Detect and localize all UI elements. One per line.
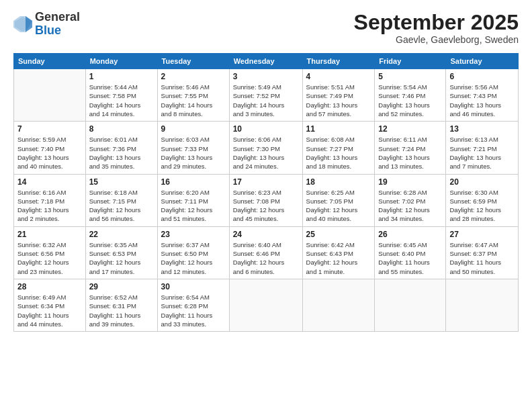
day-info: Sunrise: 6:03 AM Sunset: 7:33 PM Dayligh… xyxy=(161,135,226,171)
calendar-cell: 1Sunrise: 5:44 AM Sunset: 7:58 PM Daylig… xyxy=(85,69,157,122)
calendar-cell: 3Sunrise: 5:49 AM Sunset: 7:52 PM Daylig… xyxy=(229,69,302,122)
calendar-cell: 16Sunrise: 6:20 AM Sunset: 7:11 PM Dayli… xyxy=(157,174,229,226)
day-number: 27 xyxy=(449,230,515,239)
calendar-cell: 8Sunrise: 6:01 AM Sunset: 7:36 PM Daylig… xyxy=(85,122,157,174)
day-number: 17 xyxy=(233,177,299,187)
day-info: Sunrise: 6:32 AM Sunset: 6:56 PM Dayligh… xyxy=(17,240,82,276)
calendar-cell: 7Sunrise: 5:59 AM Sunset: 7:40 PM Daylig… xyxy=(14,122,86,174)
calendar-cell xyxy=(302,279,375,331)
month-title: September 2025 xyxy=(354,11,519,34)
day-number: 24 xyxy=(233,230,299,239)
day-number: 8 xyxy=(89,124,154,134)
calendar-cell: 12Sunrise: 6:11 AM Sunset: 7:24 PM Dayli… xyxy=(375,122,446,174)
day-number: 3 xyxy=(233,72,299,81)
calendar-cell: 14Sunrise: 6:16 AM Sunset: 7:18 PM Dayli… xyxy=(14,174,86,226)
day-info: Sunrise: 6:42 AM Sunset: 6:43 PM Dayligh… xyxy=(306,240,371,276)
col-friday: Friday xyxy=(375,54,446,69)
day-info: Sunrise: 6:23 AM Sunset: 7:08 PM Dayligh… xyxy=(233,188,299,224)
col-saturday: Saturday xyxy=(446,54,519,69)
calendar-cell: 15Sunrise: 6:18 AM Sunset: 7:15 PM Dayli… xyxy=(85,174,157,226)
calendar-cell: 26Sunrise: 6:45 AM Sunset: 6:40 PM Dayli… xyxy=(375,226,446,279)
calendar-cell: 19Sunrise: 6:28 AM Sunset: 7:02 PM Dayli… xyxy=(375,174,446,226)
logo-blue-text: Blue xyxy=(35,24,61,37)
day-number: 23 xyxy=(161,230,226,239)
calendar-cell: 24Sunrise: 6:40 AM Sunset: 6:46 PM Dayli… xyxy=(229,226,302,279)
day-info: Sunrise: 6:45 AM Sunset: 6:40 PM Dayligh… xyxy=(378,240,442,276)
logo-icon xyxy=(13,15,32,34)
calendar-cell: 17Sunrise: 6:23 AM Sunset: 7:08 PM Dayli… xyxy=(229,174,302,226)
day-number: 13 xyxy=(449,124,515,134)
calendar-cell: 22Sunrise: 6:35 AM Sunset: 6:53 PM Dayli… xyxy=(85,226,157,279)
day-number: 19 xyxy=(378,177,442,187)
header: General Blue September 2025 Gaevle, Gaev… xyxy=(13,11,519,45)
logo-general-text: General xyxy=(35,10,80,24)
day-info: Sunrise: 6:35 AM Sunset: 6:53 PM Dayligh… xyxy=(89,240,154,276)
day-number: 22 xyxy=(89,230,154,239)
day-number: 10 xyxy=(233,124,299,134)
calendar-cell xyxy=(446,279,519,331)
location-subtitle: Gaevle, Gaevleborg, Sweden xyxy=(354,34,519,45)
calendar-cell xyxy=(14,69,86,122)
day-info: Sunrise: 6:30 AM Sunset: 6:59 PM Dayligh… xyxy=(449,188,515,224)
day-info: Sunrise: 6:54 AM Sunset: 6:28 PM Dayligh… xyxy=(161,293,226,328)
day-info: Sunrise: 6:06 AM Sunset: 7:30 PM Dayligh… xyxy=(233,135,299,171)
calendar-cell: 23Sunrise: 6:37 AM Sunset: 6:50 PM Dayli… xyxy=(157,226,229,279)
day-info: Sunrise: 5:54 AM Sunset: 7:46 PM Dayligh… xyxy=(378,83,442,118)
day-number: 4 xyxy=(306,72,371,81)
page: General Blue September 2025 Gaevle, Gaev… xyxy=(0,0,532,411)
day-number: 29 xyxy=(89,282,154,291)
calendar-cell: 13Sunrise: 6:13 AM Sunset: 7:21 PM Dayli… xyxy=(446,122,519,174)
day-info: Sunrise: 6:20 AM Sunset: 7:11 PM Dayligh… xyxy=(161,188,226,224)
day-info: Sunrise: 6:40 AM Sunset: 6:46 PM Dayligh… xyxy=(233,240,299,276)
calendar-table: Sunday Monday Tuesday Wednesday Thursday… xyxy=(13,53,519,332)
day-info: Sunrise: 6:25 AM Sunset: 7:05 PM Dayligh… xyxy=(306,188,371,224)
calendar-cell: 21Sunrise: 6:32 AM Sunset: 6:56 PM Dayli… xyxy=(14,226,86,279)
calendar-cell: 25Sunrise: 6:42 AM Sunset: 6:43 PM Dayli… xyxy=(302,226,375,279)
day-number: 21 xyxy=(17,230,82,239)
day-number: 15 xyxy=(89,177,154,187)
calendar-cell: 10Sunrise: 6:06 AM Sunset: 7:30 PM Dayli… xyxy=(229,122,302,174)
day-number: 2 xyxy=(161,72,226,81)
col-tuesday: Tuesday xyxy=(157,54,229,69)
calendar-cell xyxy=(375,279,446,331)
day-info: Sunrise: 6:18 AM Sunset: 7:15 PM Dayligh… xyxy=(89,188,154,224)
day-number: 9 xyxy=(161,124,226,134)
calendar-cell: 2Sunrise: 5:46 AM Sunset: 7:55 PM Daylig… xyxy=(157,69,229,122)
calendar-cell: 30Sunrise: 6:54 AM Sunset: 6:28 PM Dayli… xyxy=(157,279,229,331)
calendar-cell: 9Sunrise: 6:03 AM Sunset: 7:33 PM Daylig… xyxy=(157,122,229,174)
day-number: 28 xyxy=(17,282,82,291)
day-info: Sunrise: 5:59 AM Sunset: 7:40 PM Dayligh… xyxy=(17,135,82,171)
day-info: Sunrise: 6:13 AM Sunset: 7:21 PM Dayligh… xyxy=(449,135,515,171)
day-number: 12 xyxy=(378,124,442,134)
col-monday: Monday xyxy=(85,54,157,69)
calendar-cell: 20Sunrise: 6:30 AM Sunset: 6:59 PM Dayli… xyxy=(446,174,519,226)
calendar-cell: 11Sunrise: 6:08 AM Sunset: 7:27 PM Dayli… xyxy=(302,122,375,174)
day-info: Sunrise: 6:28 AM Sunset: 7:02 PM Dayligh… xyxy=(378,188,442,224)
calendar-cell: 18Sunrise: 6:25 AM Sunset: 7:05 PM Dayli… xyxy=(302,174,375,226)
day-info: Sunrise: 5:49 AM Sunset: 7:52 PM Dayligh… xyxy=(233,83,299,118)
day-info: Sunrise: 6:37 AM Sunset: 6:50 PM Dayligh… xyxy=(161,240,226,276)
calendar-cell: 27Sunrise: 6:47 AM Sunset: 6:37 PM Dayli… xyxy=(446,226,519,279)
day-number: 20 xyxy=(449,177,515,187)
day-number: 30 xyxy=(161,282,226,291)
day-info: Sunrise: 6:49 AM Sunset: 6:34 PM Dayligh… xyxy=(17,293,82,328)
day-info: Sunrise: 6:11 AM Sunset: 7:24 PM Dayligh… xyxy=(378,135,442,171)
calendar-cell: 5Sunrise: 5:54 AM Sunset: 7:46 PM Daylig… xyxy=(375,69,446,122)
calendar-header-row: Sunday Monday Tuesday Wednesday Thursday… xyxy=(14,54,519,69)
day-info: Sunrise: 6:01 AM Sunset: 7:36 PM Dayligh… xyxy=(89,135,154,171)
day-number: 7 xyxy=(17,124,82,134)
title-block: September 2025 Gaevle, Gaevleborg, Swede… xyxy=(354,11,519,45)
calendar-cell: 29Sunrise: 6:52 AM Sunset: 6:31 PM Dayli… xyxy=(85,279,157,331)
col-wednesday: Wednesday xyxy=(229,54,302,69)
day-info: Sunrise: 6:08 AM Sunset: 7:27 PM Dayligh… xyxy=(306,135,371,171)
day-info: Sunrise: 5:56 AM Sunset: 7:43 PM Dayligh… xyxy=(449,83,515,118)
day-info: Sunrise: 6:47 AM Sunset: 6:37 PM Dayligh… xyxy=(449,240,515,276)
day-info: Sunrise: 5:44 AM Sunset: 7:58 PM Dayligh… xyxy=(89,83,154,118)
day-number: 5 xyxy=(378,72,442,81)
day-number: 18 xyxy=(306,177,371,187)
day-number: 11 xyxy=(306,124,371,134)
day-number: 14 xyxy=(17,177,82,187)
logo: General Blue xyxy=(13,11,80,38)
day-number: 26 xyxy=(378,230,442,239)
calendar-cell xyxy=(229,279,302,331)
